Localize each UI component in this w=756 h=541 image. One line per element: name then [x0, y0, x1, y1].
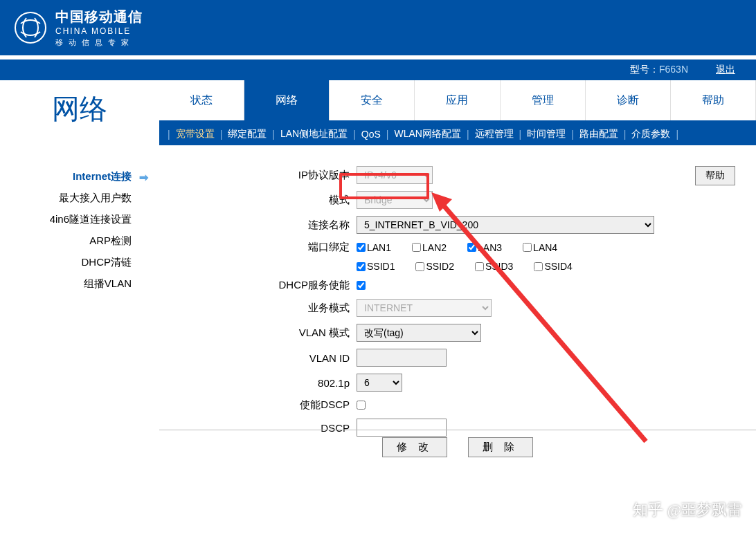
tab-app[interactable]: 应用 [415, 80, 500, 120]
side-item-arp[interactable]: ARP检测 [0, 230, 152, 252]
checkbox-lan3-input[interactable] [467, 243, 476, 252]
label-mode: 模式 [173, 194, 357, 207]
checkbox-lan1-input[interactable] [357, 243, 366, 252]
label-dhcp-enable: DHCP服务使能 [173, 279, 357, 292]
select-connection-name[interactable]: 5_INTERNET_B_VID_200 [357, 216, 654, 234]
checkbox-lan1[interactable]: LAN1 [357, 242, 391, 253]
subnav-qos[interactable]: QoS [359, 129, 384, 140]
select-vlan-mode[interactable]: 改写(tag) [357, 324, 481, 342]
page-title: 网络 [0, 90, 159, 128]
side-item-4in6[interactable]: 4in6隧道连接设置 [0, 209, 152, 230]
checkbox-ssid3-input[interactable] [475, 262, 484, 271]
brand-cn: 中国移动通信 [55, 8, 143, 26]
label-conn-name: 连接名称 [173, 219, 357, 232]
subnav-route[interactable]: 路由配置 [577, 128, 621, 140]
subnav-wlan[interactable]: WLAN网络配置 [391, 128, 463, 140]
checkbox-ssid1-input[interactable] [357, 262, 366, 271]
subnav-time[interactable]: 时间管理 [524, 128, 568, 140]
label-svc-mode: 业务模式 [173, 302, 357, 315]
help-button[interactable]: 帮助 [695, 166, 735, 185]
arrow-right-icon: ➡ [139, 171, 148, 184]
input-vlan-id[interactable] [357, 349, 447, 367]
china-mobile-logo-icon [14, 11, 47, 44]
side-item-internet[interactable]: Internet连接 ➡ [0, 166, 152, 187]
subnav-remote[interactable]: 远程管理 [472, 128, 516, 140]
model-label: 型号： [630, 64, 659, 75]
model-info: 型号：F663N [630, 64, 688, 76]
tab-status[interactable]: 状态 [159, 80, 244, 120]
side-item-dhcp-clear[interactable]: DHCP清链 [0, 252, 152, 273]
select-ip-version[interactable]: IPv4/v6 [357, 166, 433, 184]
tab-diagnose[interactable]: 诊断 [586, 80, 671, 120]
label-enable-dscp: 使能DSCP [173, 398, 357, 412]
checkbox-dhcp-enable[interactable] [357, 281, 366, 290]
sub-nav: | 宽带设置| 绑定配置| LAN侧地址配置| QoS| WLAN网络配置| 远… [159, 123, 756, 145]
select-8021p[interactable]: 6 [357, 374, 402, 392]
checkbox-lan3[interactable]: LAN3 [467, 242, 502, 253]
checkbox-lan2-input[interactable] [412, 243, 421, 252]
checkbox-lan2[interactable]: LAN2 [412, 242, 447, 253]
model-value: F663N [659, 64, 688, 75]
side-item-label: Internet连接 [73, 170, 132, 182]
checkbox-lan4[interactable]: LAN4 [523, 242, 557, 253]
side-menu: Internet连接 ➡ 最大接入用户数 4in6隧道连接设置 ARP检测 DH… [0, 145, 159, 464]
side-item-maxusers[interactable]: 最大接入用户数 [0, 187, 152, 209]
checkbox-lan4-input[interactable] [523, 243, 532, 252]
main-tabs: 状态 网络 安全 应用 管理 诊断 帮助 [159, 80, 756, 123]
header: 中国移动通信 CHINA MOBILE 移动信息专家 [0, 0, 756, 55]
checkbox-enable-dscp[interactable] [357, 401, 366, 410]
checkbox-ssid2[interactable]: SSID2 [415, 261, 453, 272]
brand-slogan: 移动信息专家 [55, 37, 143, 48]
tab-manage[interactable]: 管理 [501, 80, 586, 120]
subnav-lan[interactable]: LAN侧地址配置 [278, 128, 350, 140]
logout-link[interactable]: 退出 [716, 64, 735, 76]
checkbox-ssid2-input[interactable] [415, 262, 424, 271]
tab-help[interactable]: 帮助 [671, 80, 756, 120]
label-port-binding: 端口绑定 [173, 241, 357, 254]
subnav-binding[interactable]: 绑定配置 [225, 128, 269, 140]
svg-point-0 [15, 12, 46, 43]
subnav-medium[interactable]: 介质参数 [629, 128, 673, 140]
delete-button[interactable]: 删 除 [468, 437, 533, 457]
checkbox-ssid4[interactable]: SSID4 [534, 261, 572, 272]
checkbox-ssid3[interactable]: SSID3 [475, 261, 513, 272]
tab-network[interactable]: 网络 [244, 80, 330, 120]
model-bar: 型号：F663N 退出 [0, 59, 756, 80]
brand-en: CHINA MOBILE [55, 26, 143, 36]
watermark: 知乎 @噩梦飘雷 [633, 499, 742, 520]
page-title-block: 网络 [0, 80, 159, 145]
tab-security[interactable]: 安全 [330, 80, 415, 120]
checkbox-ssid1[interactable]: SSID1 [357, 261, 395, 272]
form-panel: 帮助 IP协议版本 IPv4/v6 模式 Bridge 连接名称 5_INTER… [159, 145, 756, 464]
port-binding-row2: SSID1 SSID2 SSID3 SSID4 [357, 261, 573, 272]
logo-text-block: 中国移动通信 CHINA MOBILE 移动信息专家 [55, 8, 143, 48]
checkbox-ssid4-input[interactable] [534, 262, 543, 271]
port-binding-row1: LAN1 LAN2 LAN3 LAN4 [357, 242, 557, 253]
select-svc-mode[interactable]: INTERNET [357, 299, 492, 317]
select-mode[interactable]: Bridge [357, 191, 433, 209]
subnav-broadband[interactable]: 宽带设置 [173, 128, 217, 140]
label-vlan-id: VLAN ID [173, 352, 357, 364]
label-vlan-mode: VLAN 模式 [173, 327, 357, 340]
label-8021p: 802.1p [173, 377, 357, 389]
button-bar: 修 改 删 除 [159, 430, 756, 457]
label-ip-version: IP协议版本 [173, 169, 357, 182]
side-item-multicast-vlan[interactable]: 组播VLAN [0, 273, 152, 295]
modify-button[interactable]: 修 改 [382, 437, 447, 457]
